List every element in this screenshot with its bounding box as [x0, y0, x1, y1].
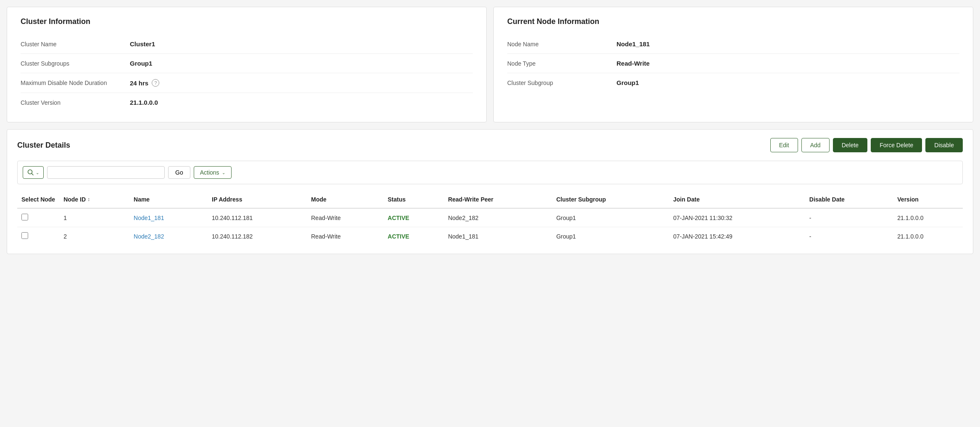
- node-info-title: Current Node Information: [507, 17, 959, 26]
- th-version: Version: [893, 191, 963, 208]
- row-status: ACTIVE: [384, 227, 444, 246]
- actions-button[interactable]: Actions ⌄: [194, 166, 232, 179]
- th-ip-address: IP Address: [208, 191, 307, 208]
- th-node-id: Node ID ↕: [59, 191, 129, 208]
- row-disable-date: -: [805, 208, 893, 227]
- add-button[interactable]: Add: [801, 138, 830, 152]
- th-join-date: Join Date: [669, 191, 805, 208]
- cluster-name-label: Cluster Name: [21, 41, 130, 48]
- row-join-date: 07-JAN-2021 15:42:49: [669, 227, 805, 246]
- max-disable-value: 24 hrs ?: [130, 79, 159, 87]
- row-join-date: 07-JAN-2021 11:30:32: [669, 208, 805, 227]
- cluster-version-value: 21.1.0.0.0: [130, 99, 158, 106]
- th-status: Status: [384, 191, 444, 208]
- search-dropdown[interactable]: ⌄: [23, 166, 44, 179]
- row-version: 21.1.0.0.0: [893, 227, 963, 246]
- status-badge: ACTIVE: [388, 215, 409, 221]
- node-subgroup-value: Group1: [616, 79, 639, 86]
- page-container: Cluster Information Cluster Name Cluster…: [0, 0, 980, 261]
- row-rw-peer: Node2_182: [444, 208, 552, 227]
- node-name-row: Node Name Node1_181: [507, 34, 959, 53]
- search-input[interactable]: [47, 166, 165, 179]
- node-subgroup-label: Cluster Subgroup: [507, 80, 616, 86]
- nodes-table: Select Node Node ID ↕ Name IP Address Mo…: [17, 191, 963, 245]
- node-name-value: Node1_181: [616, 40, 650, 48]
- row-checkbox[interactable]: [21, 232, 28, 239]
- status-badge: ACTIVE: [388, 233, 409, 240]
- row-cluster-subgroup: Group1: [552, 208, 669, 227]
- node-id-sort-icon[interactable]: ↕: [87, 196, 90, 202]
- cluster-details-title: Cluster Details: [17, 141, 70, 150]
- search-chevron-icon: ⌄: [36, 170, 39, 175]
- node-type-row: Node Type Read-Write: [507, 53, 959, 73]
- table-controls: ⌄ Go Actions ⌄: [17, 161, 963, 184]
- table-row: 2 Node2_182 10.240.112.182 Read-Write AC…: [17, 227, 963, 246]
- disable-button[interactable]: Disable: [925, 138, 963, 152]
- actions-chevron-icon: ⌄: [222, 170, 225, 175]
- search-icon: [27, 169, 34, 176]
- cluster-subgroups-row: Cluster Subgroups Group1: [21, 53, 473, 73]
- table-body: 1 Node1_181 10.240.112.181 Read-Write AC…: [17, 208, 963, 245]
- cluster-info-card: Cluster Information Cluster Name Cluster…: [7, 7, 487, 122]
- row-node-id: 1: [59, 208, 129, 227]
- node-name-link[interactable]: Node1_181: [134, 215, 164, 221]
- row-ip-address: 10.240.112.181: [208, 208, 307, 227]
- th-rw-peer: Read-Write Peer: [444, 191, 552, 208]
- cluster-name-row: Cluster Name Cluster1: [21, 34, 473, 53]
- row-node-id: 2: [59, 227, 129, 246]
- node-type-label: Node Type: [507, 60, 616, 67]
- th-mode: Mode: [307, 191, 383, 208]
- row-cluster-subgroup: Group1: [552, 227, 669, 246]
- cluster-subgroups-label: Cluster Subgroups: [21, 60, 130, 67]
- row-version: 21.1.0.0.0: [893, 208, 963, 227]
- delete-button[interactable]: Delete: [833, 138, 867, 152]
- cluster-version-label: Cluster Version: [21, 99, 130, 106]
- table-header: Select Node Node ID ↕ Name IP Address Mo…: [17, 191, 963, 208]
- th-select-label: Select Node: [21, 196, 55, 203]
- force-delete-button[interactable]: Force Delete: [871, 138, 922, 152]
- cluster-details-header: Cluster Details Edit Add Delete Force De…: [17, 138, 963, 152]
- th-cluster-subgroup: Cluster Subgroup: [552, 191, 669, 208]
- cluster-info-title: Cluster Information: [21, 17, 473, 26]
- th-select: Select Node: [17, 191, 59, 208]
- max-disable-label: Maximum Disable Node Duration: [21, 80, 130, 86]
- cluster-details-section: Cluster Details Edit Add Delete Force De…: [7, 129, 973, 254]
- row-mode: Read-Write: [307, 227, 383, 246]
- row-name: Node1_181: [129, 208, 208, 227]
- row-ip-address: 10.240.112.182: [208, 227, 307, 246]
- th-disable-date: Disable Date: [805, 191, 893, 208]
- row-mode: Read-Write: [307, 208, 383, 227]
- cluster-details-buttons: Edit Add Delete Force Delete Disable: [770, 138, 963, 152]
- edit-button[interactable]: Edit: [770, 138, 798, 152]
- go-button[interactable]: Go: [168, 166, 190, 179]
- cluster-version-row: Cluster Version 21.1.0.0.0: [21, 93, 473, 112]
- max-disable-help-icon[interactable]: ?: [152, 79, 159, 87]
- svg-line-1: [32, 174, 34, 175]
- table-header-row: Select Node Node ID ↕ Name IP Address Mo…: [17, 191, 963, 208]
- th-name: Name: [129, 191, 208, 208]
- node-info-card: Current Node Information Node Name Node1…: [493, 7, 973, 122]
- row-rw-peer: Node1_181: [444, 227, 552, 246]
- row-checkbox-cell: [17, 208, 59, 227]
- node-type-value: Read-Write: [616, 60, 650, 67]
- max-disable-row: Maximum Disable Node Duration 24 hrs ?: [21, 73, 473, 93]
- top-info-row: Cluster Information Cluster Name Cluster…: [7, 7, 973, 122]
- node-subgroup-row: Cluster Subgroup Group1: [507, 73, 959, 92]
- row-status: ACTIVE: [384, 208, 444, 227]
- row-checkbox-cell: [17, 227, 59, 246]
- cluster-name-value: Cluster1: [130, 40, 155, 48]
- table-row: 1 Node1_181 10.240.112.181 Read-Write AC…: [17, 208, 963, 227]
- cluster-subgroups-value: Group1: [130, 60, 152, 67]
- row-disable-date: -: [805, 227, 893, 246]
- node-name-label: Node Name: [507, 41, 616, 48]
- row-name: Node2_182: [129, 227, 208, 246]
- row-checkbox[interactable]: [21, 214, 28, 220]
- node-name-link[interactable]: Node2_182: [134, 233, 164, 240]
